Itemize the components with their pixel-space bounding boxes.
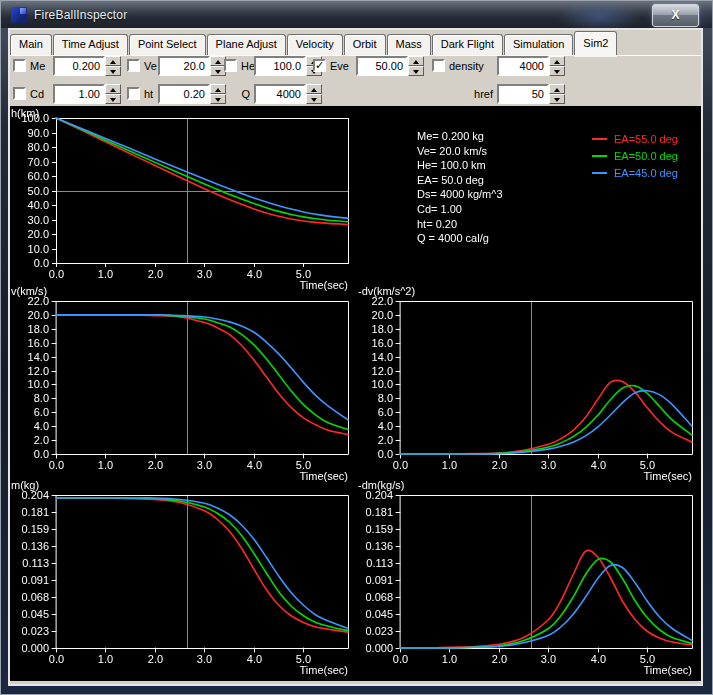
field-he[interactable] bbox=[254, 56, 306, 76]
checkbox-cd[interactable] bbox=[13, 87, 26, 100]
spinner-eve-down-button[interactable] bbox=[408, 66, 424, 76]
checkbox-me[interactable] bbox=[13, 59, 26, 72]
spinner-cd-down-button[interactable] bbox=[105, 94, 121, 104]
client-area: MainTime AdjustPoint SelectPlane AdjustV… bbox=[8, 28, 703, 686]
arrow-up-icon bbox=[215, 60, 221, 64]
spinner-href-up-button[interactable] bbox=[549, 84, 565, 94]
spinner-me bbox=[105, 56, 121, 76]
charts-canvas[interactable] bbox=[10, 106, 701, 681]
checkbox-density[interactable] bbox=[432, 59, 445, 72]
simulation-parameters: Me= 0.200 kgVe= 20.0 km/sHe= 100.0 kmEA=… bbox=[417, 129, 503, 246]
legend-label: EA=50.0 deg bbox=[614, 150, 678, 162]
checkbox-eve[interactable]: ✓ bbox=[313, 59, 326, 72]
window-title: FireBallInspector bbox=[34, 8, 127, 22]
label-q: Q bbox=[206, 88, 250, 100]
spinner-q-up-button[interactable] bbox=[306, 84, 322, 94]
field-ve[interactable] bbox=[158, 56, 210, 76]
legend-item: EA=50.0 deg bbox=[592, 150, 678, 167]
label-density: density bbox=[449, 60, 484, 72]
arrow-down-icon bbox=[215, 70, 221, 74]
parameter-line: Cd= 1.00 bbox=[417, 202, 503, 217]
parameter-line: Me= 0.200 kg bbox=[417, 129, 503, 144]
spinner-me-up-button[interactable] bbox=[105, 56, 121, 66]
spinner-eve bbox=[408, 56, 424, 76]
legend-dash-icon bbox=[592, 138, 607, 140]
label-me: Me bbox=[30, 60, 45, 72]
arrow-down-icon bbox=[413, 70, 419, 74]
parameter-line: Ds= 4000 kg/m^3 bbox=[417, 187, 503, 202]
legend-dash-icon bbox=[592, 155, 607, 157]
label-ve: Ve bbox=[144, 60, 157, 72]
arrow-up-icon bbox=[554, 60, 560, 64]
tab-sim2[interactable]: Sim2 bbox=[574, 31, 617, 55]
checkbox-ve[interactable] bbox=[127, 59, 140, 72]
field-density[interactable] bbox=[497, 56, 549, 76]
close-icon: X bbox=[671, 8, 679, 22]
spinner-cd-up-button[interactable] bbox=[105, 84, 121, 94]
arrow-up-icon bbox=[413, 60, 419, 64]
plot-panel: Me= 0.200 kgVe= 20.0 km/sHe= 100.0 kmEA=… bbox=[10, 106, 701, 681]
app-icon bbox=[11, 7, 27, 23]
spinner-density bbox=[549, 56, 565, 76]
arrow-down-icon bbox=[554, 70, 560, 74]
spinner-cd bbox=[105, 84, 121, 104]
arrow-up-icon bbox=[554, 88, 560, 92]
label-cd: Cd bbox=[30, 88, 44, 100]
tab-page-edge bbox=[10, 55, 701, 56]
parameter-line: He= 100.0 km bbox=[417, 158, 503, 173]
spinner-href-down-button[interactable] bbox=[549, 94, 565, 104]
arrow-up-icon bbox=[110, 88, 116, 92]
legend-item: EA=55.0 deg bbox=[592, 133, 678, 150]
legend: EA=55.0 degEA=50.0 degEA=45.0 deg bbox=[592, 133, 678, 184]
spinner-q-down-button[interactable] bbox=[306, 94, 322, 104]
label-ht: ht bbox=[144, 88, 153, 100]
label-href: href bbox=[449, 88, 493, 100]
checkbox-ht[interactable] bbox=[127, 87, 140, 100]
field-q[interactable] bbox=[254, 84, 306, 104]
legend-label: EA=45.0 deg bbox=[614, 167, 678, 179]
field-href[interactable] bbox=[497, 84, 549, 104]
arrow-down-icon bbox=[311, 98, 317, 102]
spinner-q bbox=[306, 84, 322, 104]
spinner-density-down-button[interactable] bbox=[549, 66, 565, 76]
field-me[interactable] bbox=[53, 56, 105, 76]
arrow-down-icon bbox=[110, 98, 116, 102]
parameter-line: ht= 0.20 bbox=[417, 217, 503, 232]
spinner-density-up-button[interactable] bbox=[549, 56, 565, 66]
close-button[interactable]: X bbox=[652, 4, 699, 27]
parameter-line: Q = 4000 cal/g bbox=[417, 231, 503, 246]
legend-label: EA=55.0 deg bbox=[614, 133, 678, 145]
spinner-me-down-button[interactable] bbox=[105, 66, 121, 76]
arrow-down-icon bbox=[110, 70, 116, 74]
title-bar[interactable]: FireBallInspector X bbox=[1, 1, 712, 28]
arrow-down-icon bbox=[554, 98, 560, 102]
field-cd[interactable] bbox=[53, 84, 105, 104]
field-ht[interactable] bbox=[158, 84, 210, 104]
label-eve: Eve bbox=[330, 60, 349, 72]
window: FireBallInspector X MainTime AdjustPoint… bbox=[0, 0, 713, 695]
arrow-up-icon bbox=[110, 60, 116, 64]
legend-item: EA=45.0 deg bbox=[592, 167, 678, 184]
spinner-href bbox=[549, 84, 565, 104]
legend-dash-icon bbox=[592, 172, 607, 174]
parameter-line: EA= 50.0 deg bbox=[417, 173, 503, 188]
arrow-up-icon bbox=[311, 88, 317, 92]
label-he: He bbox=[241, 60, 255, 72]
parameter-line: Ve= 20.0 km/s bbox=[417, 144, 503, 159]
field-eve[interactable] bbox=[356, 56, 408, 76]
checkbox-he[interactable] bbox=[224, 59, 237, 72]
spinner-eve-up-button[interactable] bbox=[408, 56, 424, 66]
